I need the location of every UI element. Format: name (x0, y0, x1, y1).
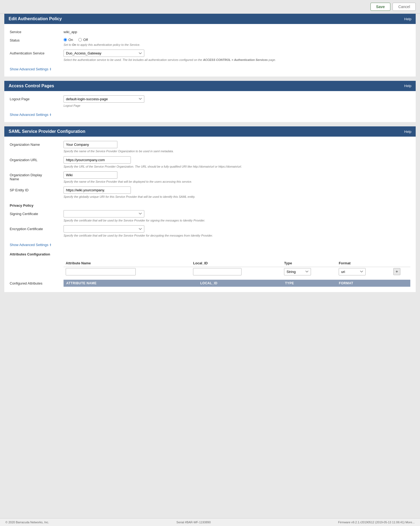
configured-attr-row: Configured Attributes ATTRIBUTE NAME LOC… (10, 280, 410, 287)
status-on-text: On (68, 38, 73, 42)
sp-entity-hint: Specify the globally unique URI for this… (64, 195, 410, 199)
privacy-policy-label: Privacy Policy (10, 202, 64, 207)
status-row: Status On Off Set to On to apply thi (10, 37, 410, 47)
configured-local-id-col: LOCAL_ID (198, 280, 282, 287)
signing-cert-label: Signing Certificate (10, 210, 64, 216)
add-attr-button[interactable]: + (393, 268, 400, 275)
org-url-hint: Specify the URL of the Service Provider … (64, 165, 410, 169)
auth-service-label: Authentication Service (10, 50, 64, 55)
format-col-header: Format (337, 259, 391, 267)
attr-table-header-row: Attribute Name Local_ID Type Format (64, 259, 410, 267)
saml-help[interactable]: Help (404, 130, 411, 134)
saml-header: SAML Service Provider Configuration Help (4, 126, 416, 137)
footer-copyright: © 2020 Barracuda Networks, Inc. (5, 521, 49, 524)
action-col-header (391, 259, 410, 267)
access-control-body: Logout Page default-login-success-page L… (4, 91, 416, 122)
access-control-section: Access Control Pages Help Logout Page de… (4, 81, 416, 122)
access-show-advanced-icon: ⤈ (49, 113, 52, 117)
auth-service-select[interactable]: Duo_Access_Gateway (64, 50, 144, 57)
auth-policy-section: Edit Authentication Policy Help Service … (4, 14, 416, 77)
configured-format-col: FORMAT (336, 280, 410, 287)
status-off-text: Off (83, 38, 88, 42)
top-toolbar: Save Cancel (0, 0, 420, 14)
access-control-help[interactable]: Help (404, 84, 411, 88)
auth-show-advanced[interactable]: Show Advanced Settings ⤈ (10, 67, 52, 71)
format-cell: uri (337, 267, 391, 276)
configured-attr-name-col: ATTRIBUTE NAME (64, 280, 198, 287)
cancel-button[interactable]: Cancel (393, 3, 416, 11)
local-id-col-header: Local_ID (191, 259, 282, 267)
format-select[interactable]: uri (339, 268, 366, 275)
service-value-area: wiki_app (64, 28, 410, 34)
attr-name-input[interactable] (66, 268, 136, 275)
saml-title: SAML Service Provider Configuration (9, 129, 85, 134)
org-display-row: Organization DisplayName Specify the nam… (10, 171, 410, 184)
service-label: Service (10, 28, 64, 34)
configured-table-area: ATTRIBUTE NAME LOCAL_ID TYPE FORMAT (64, 280, 410, 287)
logout-page-control: default-login-success-page Logout Page (64, 95, 410, 108)
sp-entity-row: SP Entity ID Specify the globally unique… (10, 186, 410, 199)
attr-config-heading: Attributes Configuration (10, 252, 410, 256)
org-display-input[interactable] (64, 171, 117, 179)
logout-page-row: Logout Page default-login-success-page L… (10, 95, 410, 108)
encryption-cert-label: Encryption Certificate (10, 225, 64, 231)
status-hint: Set to On to apply this authentication p… (64, 43, 410, 47)
type-col-header: Type (282, 259, 337, 267)
status-control-area: On Off Set to On to apply this authentic… (64, 37, 410, 47)
auth-policy-header: Edit Authentication Policy Help (4, 14, 416, 24)
signing-cert-select[interactable] (64, 210, 144, 217)
auth-service-control: Duo_Access_Gateway Select the authentica… (64, 50, 410, 62)
saml-body: Organization Name Specify the name of th… (4, 137, 416, 292)
configured-table: ATTRIBUTE NAME LOCAL_ID TYPE FORMAT (64, 280, 410, 287)
local-id-input[interactable] (193, 268, 242, 275)
configured-attr-header-row: ATTRIBUTE NAME LOCAL_ID TYPE FORMAT (64, 280, 410, 287)
encryption-cert-hint: Specify the certificate that will be use… (64, 234, 410, 238)
status-radio-group: On Off (64, 37, 410, 42)
service-value: wiki_app (64, 28, 410, 34)
attr-config-heading-row: Attributes Configuration (10, 252, 410, 256)
access-control-title: Access Control Pages (9, 84, 54, 88)
org-display-label: Organization DisplayName (10, 171, 64, 181)
status-off-radio[interactable] (78, 38, 82, 41)
logout-page-select[interactable]: default-login-success-page (64, 95, 144, 103)
auth-service-row: Authentication Service Duo_Access_Gatewa… (10, 50, 410, 62)
type-select[interactable]: String (284, 268, 311, 275)
org-name-hint: Specify the name of the Service Provider… (64, 149, 410, 153)
org-name-label: Organization Name (10, 141, 64, 147)
configured-attr-label: Configured Attributes (10, 280, 64, 285)
local-id-cell (191, 267, 282, 276)
main-content: Edit Authentication Policy Help Service … (0, 14, 420, 313)
access-control-header: Access Control Pages Help (4, 81, 416, 91)
access-show-advanced[interactable]: Show Advanced Settings ⤈ (10, 113, 52, 117)
saml-show-advanced[interactable]: Show Advanced Settings ⤈ (10, 243, 52, 247)
status-off-label[interactable]: Off (78, 38, 88, 42)
logout-page-hint: Logout Page (64, 104, 410, 108)
org-name-input[interactable] (64, 141, 117, 148)
auth-policy-help[interactable]: Help (404, 17, 411, 21)
sp-entity-input[interactable] (64, 186, 131, 194)
encryption-cert-row: Encryption Certificate Specify the certi… (10, 225, 410, 238)
sp-entity-control: Specify the globally unique URI for this… (64, 186, 410, 199)
saml-show-advanced-text: Show Advanced Settings (10, 243, 48, 247)
org-url-input[interactable] (64, 156, 131, 164)
org-name-control: Specify the name of the Service Provider… (64, 141, 410, 153)
attr-name-cell (64, 267, 191, 276)
save-button[interactable]: Save (370, 3, 391, 11)
status-on-radio[interactable] (64, 38, 67, 41)
signing-cert-hint: Specify the certificate that will be use… (64, 219, 410, 223)
footer-serial: Serial #BAR-WF-1193890 (176, 521, 211, 524)
org-display-control: Specify the name of the Service Provider… (64, 171, 410, 184)
org-url-row: Organization URL Specify the URL of the … (10, 156, 410, 169)
auth-show-advanced-icon: ⤈ (49, 67, 52, 71)
encryption-cert-control: Specify the certificate that will be use… (64, 225, 410, 238)
service-row: Service wiki_app (10, 28, 410, 34)
attr-table: Attribute Name Local_ID Type Format (64, 259, 410, 276)
auth-service-hint: Select the authentication service to be … (64, 58, 410, 62)
status-label: Status (10, 37, 64, 42)
footer: © 2020 Barracuda Networks, Inc. Serial #… (0, 518, 420, 526)
attr-name-col-header: Attribute Name (64, 259, 191, 267)
org-name-row: Organization Name Specify the name of th… (10, 141, 410, 153)
configured-type-col: TYPE (282, 280, 336, 287)
encryption-cert-select[interactable] (64, 225, 144, 233)
status-on-label[interactable]: On (64, 38, 73, 42)
